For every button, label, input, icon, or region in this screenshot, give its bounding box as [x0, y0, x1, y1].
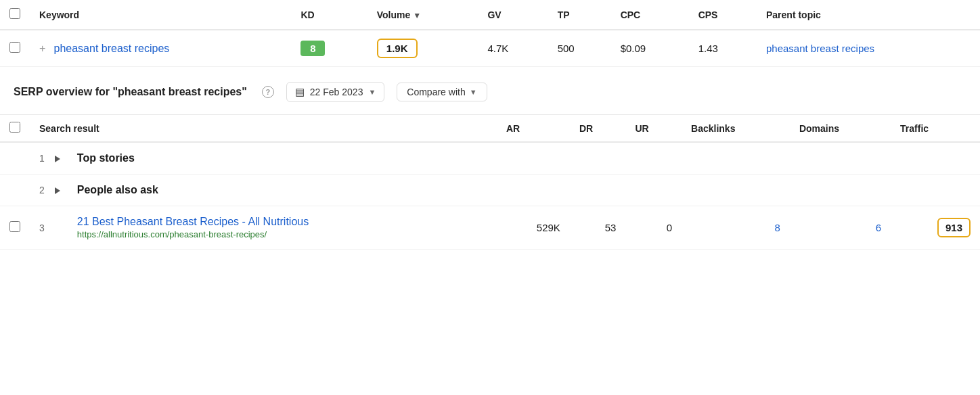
serp-row2-dr [570, 175, 626, 206]
keyword-header: Keyword [30, 0, 291, 30]
parent-topic-cell: pheasant breast recipes [757, 30, 980, 67]
serp-row1-checkbox-cell [0, 142, 30, 175]
date-value: 22 Feb 2023 [310, 87, 363, 97]
date-chevron-icon: ▼ [368, 88, 376, 96]
serp-row3-toggle-cell [51, 206, 68, 250]
serp-row3-traffic: 913 [891, 206, 980, 250]
select-all-checkbox[interactable] [9, 8, 20, 19]
serp-row1-num: 1 [30, 142, 51, 175]
serp-row3-checkbox-cell [0, 206, 30, 250]
dr-header: DR [570, 115, 626, 142]
volume-sort-icon: ▼ [413, 11, 421, 20]
serp-row2-ur [625, 175, 682, 206]
serp-result-link[interactable]: 21 Best Pheasant Breast Recipes - All Nu… [77, 216, 309, 227]
traffic-value: 913 [937, 218, 971, 237]
serp-overview-header: SERP overview for "pheasant breast recip… [0, 67, 980, 115]
compare-with-label: Compare with [407, 87, 465, 97]
traffic-header: Traffic [891, 115, 980, 142]
serp-row2-checkbox-cell [0, 175, 30, 206]
gv-cell: 4.7K [478, 30, 548, 67]
cpc-cell: $0.09 [611, 30, 689, 67]
ur-header: UR [625, 115, 682, 142]
serp-row3-backlinks: 8 [682, 206, 790, 250]
expand-plus-icon[interactable]: + [39, 43, 45, 54]
serp-row3-ar: 529K [497, 206, 570, 250]
compare-chevron-icon: ▼ [470, 88, 477, 96]
serp-row1-toggle[interactable] [51, 142, 68, 175]
serp-row2-toggle[interactable] [51, 175, 68, 206]
serp-row2-traffic [891, 175, 980, 206]
serp-result-url: https://allnutritious.com/pheasant-breas… [77, 229, 487, 239]
cps-cell: 1.43 [689, 30, 757, 67]
calendar-icon: ▤ [295, 86, 305, 98]
keyword-cell: + pheasant breast recipes [30, 30, 291, 67]
cpc-header: CPC [611, 0, 689, 30]
table-row: + pheasant breast recipes 8 1.9K 4.7K 50… [0, 30, 980, 67]
domains-link[interactable]: 6 [876, 222, 881, 233]
parent-topic-header: Parent topic [757, 0, 980, 30]
row-checkbox-cell [0, 30, 30, 67]
cps-header: CPS [689, 0, 757, 30]
volume-cell: 1.9K [368, 30, 478, 67]
kd-cell: 8 [291, 30, 367, 67]
serp-row1-ur [625, 142, 682, 175]
serp-row3-checkbox[interactable] [9, 221, 20, 232]
serp-row3-ur: 0 [625, 206, 682, 250]
volume-header[interactable]: Volume ▼ [368, 0, 478, 30]
serp-row-result-1: 3 21 Best Pheasant Breast Recipes - All … [0, 206, 980, 250]
help-icon[interactable]: ? [262, 86, 274, 98]
serp-row3-num: 3 [30, 206, 51, 250]
serp-select-all-header [0, 115, 30, 142]
serp-row2-num: 2 [30, 175, 51, 206]
serp-row1-title: Top stories [68, 142, 497, 175]
serp-overview-title: SERP overview for "pheasant breast recip… [14, 86, 247, 98]
serp-row2-domains [790, 175, 891, 206]
domains-header: Domains [790, 115, 891, 142]
keyword-link[interactable]: pheasant breast recipes [54, 43, 170, 54]
backlinks-link[interactable]: 8 [775, 222, 780, 233]
volume-value: 1.9K [377, 39, 418, 58]
serp-row3-dr: 53 [570, 206, 626, 250]
ar-header: AR [497, 115, 570, 142]
serp-select-all-checkbox[interactable] [9, 122, 20, 133]
tp-header: TP [548, 0, 611, 30]
serp-row1-traffic [891, 142, 980, 175]
serp-row3-domains: 6 [790, 206, 891, 250]
tp-cell: 500 [548, 30, 611, 67]
select-all-header [0, 0, 30, 30]
serp-row1-ar [497, 142, 570, 175]
expand-triangle-icon[interactable] [55, 156, 60, 162]
parent-topic-link[interactable]: pheasant breast recipes [766, 43, 874, 54]
date-selector[interactable]: ▤ 22 Feb 2023 ▼ [286, 82, 385, 102]
serp-row-top-stories: 1 Top stories [0, 142, 980, 175]
kd-header: KD [291, 0, 367, 30]
serp-row2-ar [497, 175, 570, 206]
serp-row1-backlinks [682, 142, 790, 175]
serp-row1-domains [790, 142, 891, 175]
serp-row1-dr [570, 142, 626, 175]
kd-badge: 8 [300, 41, 325, 56]
expand-triangle-icon-2[interactable] [55, 187, 60, 194]
serp-row3-result: 21 Best Pheasant Breast Recipes - All Nu… [68, 206, 497, 250]
backlinks-header: Backlinks [682, 115, 790, 142]
serp-row2-backlinks [682, 175, 790, 206]
row-checkbox[interactable] [9, 42, 20, 53]
compare-with-button[interactable]: Compare with ▼ [397, 83, 487, 101]
serp-row-people-also-ask: 2 People also ask [0, 175, 980, 206]
gv-header: GV [478, 0, 548, 30]
search-result-header: Search result [30, 115, 497, 142]
serp-row2-title: People also ask [68, 175, 497, 206]
